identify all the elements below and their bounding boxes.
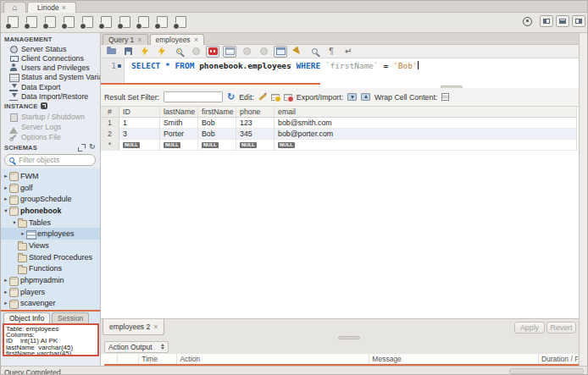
create-procedure-icon[interactable]: [115, 15, 133, 30]
save-script-button[interactable]: [121, 46, 135, 58]
sidebar-item-options-file[interactable]: Options File: [1, 133, 101, 142]
rollback-button[interactable]: [257, 46, 270, 58]
tree-item-views[interactable]: Views: [1, 240, 101, 251]
invisible-characters-button[interactable]: [325, 46, 338, 58]
create-table-icon[interactable]: [78, 15, 96, 30]
chevron-right-icon[interactable]: ▸: [3, 173, 9, 179]
close-icon[interactable]: [62, 4, 66, 11]
edit-record-icon[interactable]: [258, 93, 267, 101]
column-header-lastname[interactable]: lastName: [160, 107, 198, 118]
sidebar-item-server-logs[interactable]: Server Logs: [1, 122, 101, 131]
toggle-autocommit-button[interactable]: [274, 46, 287, 58]
reconnect-dbms-icon[interactable]: [171, 15, 189, 30]
toggle-right-sidebar-button[interactable]: [572, 15, 585, 27]
tree-item-scavenger[interactable]: ▸scavenger: [1, 298, 101, 310]
cell[interactable]: NULL: [119, 140, 160, 151]
refresh-schemas-icon[interactable]: [89, 144, 97, 152]
wrap-text-button[interactable]: [341, 46, 355, 58]
cell[interactable]: 3: [119, 129, 160, 140]
sidebar-item-users-and-privileges[interactable]: Users and Privileges: [1, 63, 101, 73]
tree-item-golf[interactable]: ▸golf: [1, 182, 101, 194]
refresh-resultset-icon[interactable]: [227, 91, 235, 102]
row-number[interactable]: 2: [101, 129, 119, 140]
explain-plan-button[interactable]: [172, 46, 186, 58]
cell[interactable]: Smith: [160, 118, 198, 129]
stop-execution-button[interactable]: [189, 46, 202, 58]
new-query-tab-icon[interactable]: [3, 15, 21, 30]
chevron-right-icon[interactable]: ▸: [3, 300, 9, 306]
open-sql-script-icon[interactable]: [22, 15, 40, 30]
close-icon[interactable]: [137, 36, 141, 43]
table-row[interactable]: 11SmithBob123bob@smith.com: [101, 118, 579, 129]
toggle-stop-on-error-button[interactable]: [206, 46, 219, 58]
delete-record-icon[interactable]: [284, 94, 292, 101]
column-header-email[interactable]: email: [275, 107, 577, 118]
tree-item-players[interactable]: ▸players: [1, 286, 101, 298]
result-filter-input[interactable]: [164, 91, 223, 102]
output-selector[interactable]: Action Output: [104, 341, 169, 353]
search-table-data-icon[interactable]: [153, 15, 170, 30]
tab-object-info[interactable]: Object Info: [3, 312, 50, 323]
cell[interactable]: Porter: [160, 129, 198, 140]
sidebar-item-status-and-system-variables[interactable]: Status and System Variables: [1, 73, 101, 82]
collapse-all-icon[interactable]: [78, 144, 86, 152]
execute-statement-button[interactable]: [138, 46, 152, 58]
limit-rows-button[interactable]: [223, 46, 236, 58]
tree-item-groupschedule[interactable]: ▸groupSchedule: [1, 193, 101, 205]
tab-session[interactable]: Session: [52, 312, 89, 323]
chevron-down-icon[interactable]: ▾: [11, 219, 18, 226]
create-schema-icon[interactable]: [59, 15, 77, 30]
table-row[interactable]: 23PorterBob345bob@porter.com: [101, 129, 579, 140]
apply-button[interactable]: Apply: [514, 322, 545, 334]
connection-inspector-icon[interactable]: [41, 15, 58, 30]
chevron-right-icon[interactable]: ▸: [3, 196, 9, 202]
tab-employees[interactable]: employees: [150, 34, 204, 45]
beautify-script-button[interactable]: [291, 46, 304, 58]
sidebar-item-client-connections[interactable]: Client Connections: [1, 53, 101, 63]
tree-item-fwm[interactable]: ▸FWM: [1, 170, 101, 182]
cell[interactable]: NULL: [236, 140, 275, 151]
schema-filter-input[interactable]: [17, 155, 85, 165]
row-number[interactable]: 1: [101, 118, 119, 129]
cell[interactable]: NULL: [275, 140, 577, 151]
chevron-right-icon[interactable]: ▸: [3, 185, 9, 191]
result-tab-employees-2[interactable]: employees 2: [103, 319, 164, 335]
chevron-down-icon[interactable]: ▾: [3, 207, 9, 214]
sidebar-splitter-accent[interactable]: [1, 310, 101, 312]
chevron-right-icon[interactable]: ▸: [3, 289, 9, 295]
close-icon[interactable]: [194, 36, 198, 43]
cell[interactable]: 1: [119, 118, 160, 129]
row-number-header[interactable]: #: [101, 107, 119, 118]
chevron-right-icon[interactable]: ▸: [3, 277, 9, 284]
commit-button[interactable]: [240, 46, 253, 58]
cell[interactable]: Bob: [198, 118, 236, 129]
column-header-id[interactable]: ID: [119, 107, 160, 118]
cell[interactable]: bob@smith.com: [275, 118, 577, 129]
new-row-placeholder[interactable]: *NULLNULLNULLNULLNULL: [101, 140, 579, 151]
toggle-left-sidebar-button[interactable]: [540, 15, 553, 27]
sidebar-item-data-import-restore[interactable]: Data Import/Restore: [1, 92, 101, 102]
cell[interactable]: bob@porter.com: [275, 129, 577, 140]
chevron-right-icon[interactable]: ▸: [19, 230, 26, 237]
sidebar-item-startup-shutdown[interactable]: Startup / Shutdown: [1, 112, 101, 121]
wrap-cell-content-icon[interactable]: [441, 93, 449, 101]
home-tab[interactable]: ⌂: [3, 2, 26, 13]
tree-item-functions[interactable]: Functions: [1, 263, 101, 275]
open-script-button[interactable]: [104, 46, 118, 58]
cell[interactable]: Bob: [198, 129, 236, 140]
export-recordset-icon[interactable]: [347, 93, 357, 101]
tree-item-employees[interactable]: ▸employees: [1, 228, 101, 240]
sidebar-item-data-export[interactable]: Data Export: [1, 82, 101, 91]
horizontal-scrollbar[interactable]: [509, 368, 584, 374]
execute-current-button[interactable]: [155, 46, 169, 58]
sidebar-item-server-status[interactable]: Server Status: [1, 44, 101, 53]
tab-query-1[interactable]: Query 1: [103, 34, 148, 45]
create-view-icon[interactable]: [97, 15, 114, 30]
column-header-firstname[interactable]: firstName: [198, 107, 236, 118]
tree-item-stored-procedures[interactable]: Stored Procedures: [1, 251, 101, 263]
cell[interactable]: NULL: [198, 140, 236, 151]
column-header-phone[interactable]: phone: [236, 107, 275, 118]
cell[interactable]: 123: [236, 118, 275, 129]
cell[interactable]: NULL: [160, 140, 198, 151]
tree-item-phonebook[interactable]: ▾phonebook: [1, 205, 101, 217]
